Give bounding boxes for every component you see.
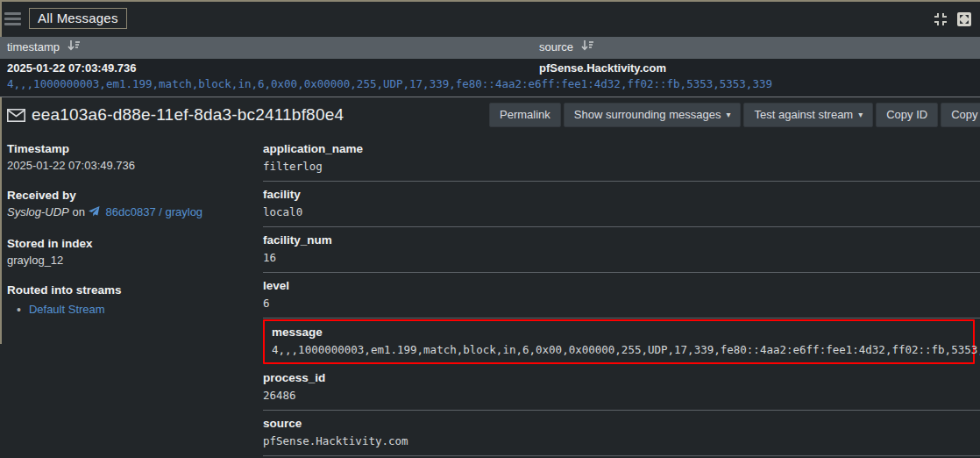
metadata-timestamp: Timestamp 2025-01-22 07:03:49.736 bbox=[7, 141, 254, 174]
sort-desc-icon[interactable] bbox=[67, 40, 80, 54]
message-id: eea103a6-d88e-11ef-8da3-bc2411bf80e4 bbox=[32, 105, 344, 125]
field-message-highlighted: message 4,,,1000000003,em1.199,match,blo… bbox=[263, 319, 975, 364]
permalink-button[interactable]: Permalink bbox=[489, 103, 561, 127]
copy-message-button[interactable]: Copy message bbox=[941, 103, 980, 127]
envelope-icon bbox=[7, 109, 25, 125]
paper-plane-icon bbox=[89, 206, 100, 222]
column-label: timestamp bbox=[7, 40, 60, 54]
metadata-received-by: Received by Syslog-UDP on 86dc0837 / gra… bbox=[7, 188, 254, 222]
field-name: process_id bbox=[263, 370, 980, 385]
column-label: source bbox=[539, 40, 573, 54]
field-facility: facility local0 bbox=[263, 182, 980, 227]
show-surrounding-messages-button[interactable]: Show surrounding messages ▾ bbox=[564, 103, 742, 127]
field-name: source bbox=[263, 416, 980, 431]
row-message-preview[interactable]: 4,,,1000000003,em1.199,match,block,in,6,… bbox=[7, 77, 772, 90]
field-name: level bbox=[263, 278, 980, 293]
field-application-name: application_name filterlog bbox=[263, 136, 980, 182]
field-value: 6 bbox=[263, 296, 980, 311]
field-value: filterlog bbox=[263, 159, 980, 174]
test-against-stream-button[interactable]: Test against stream ▾ bbox=[743, 103, 873, 127]
widget-title[interactable]: All Messages bbox=[29, 8, 127, 29]
message-table-row[interactable]: 2025-01-22 07:03:49.736 pfSense.Hacktivi… bbox=[0, 59, 980, 97]
field-level: level 6 bbox=[263, 273, 980, 318]
message-detail-body: Timestamp 2025-01-22 07:03:49.736 Receiv… bbox=[0, 136, 980, 458]
node-link[interactable]: 86dc0837 / graylog bbox=[106, 205, 203, 218]
metadata-routed-into-streams: Routed into streams • Default Stream bbox=[7, 283, 254, 318]
caret-down-icon: ▾ bbox=[858, 111, 863, 119]
field-value: pfSense.Hacktivity.com bbox=[263, 433, 980, 448]
message-fields-list: application_name filterlog facility loca… bbox=[263, 136, 980, 458]
field-value: 16 bbox=[263, 250, 980, 265]
metadata-value: 2025-01-22 07:03:49.736 bbox=[7, 158, 254, 174]
conjunction: on bbox=[72, 205, 84, 218]
field-name: facility_num bbox=[263, 233, 980, 247]
caret-down-icon: ▾ bbox=[726, 111, 730, 119]
metadata-label: Received by bbox=[7, 188, 254, 204]
metadata-label: Routed into streams bbox=[7, 283, 254, 298]
field-facility-num: facility_num 16 bbox=[263, 227, 980, 273]
metadata-label: Stored in index bbox=[7, 236, 254, 252]
message-metadata-sidebar: Timestamp 2025-01-22 07:03:49.736 Receiv… bbox=[7, 141, 254, 332]
metadata-stored-in-index: Stored in index graylog_12 bbox=[7, 236, 254, 268]
field-value: local0 bbox=[263, 204, 980, 219]
row-source[interactable]: pfSense.Hacktivity.com bbox=[539, 61, 666, 75]
message-detail-header: eea103a6-d88e-11ef-8da3-bc2411bf80e4 Per… bbox=[0, 97, 980, 136]
copy-id-button[interactable]: Copy ID bbox=[876, 103, 938, 127]
field-name: application_name bbox=[263, 141, 980, 156]
metadata-label: Timestamp bbox=[7, 141, 254, 157]
field-source: source pfSense.Hacktivity.com bbox=[263, 411, 980, 456]
field-value: 4,,,1000000003,em1.199,match,block,in,6,… bbox=[272, 342, 966, 357]
input-name: Syslog-UDP bbox=[7, 205, 69, 218]
stream-list-item: • Default Stream bbox=[7, 302, 254, 318]
field-name: facility bbox=[263, 187, 980, 202]
bullet-icon: • bbox=[17, 302, 21, 318]
default-stream-link[interactable]: Default Stream bbox=[29, 302, 105, 318]
expand-icon[interactable] bbox=[957, 12, 971, 29]
metadata-value: graylog_12 bbox=[7, 253, 254, 268]
message-table-header: timestamp source bbox=[0, 37, 980, 59]
hamburger-menu-icon[interactable] bbox=[4, 12, 21, 25]
column-header-timestamp[interactable]: timestamp bbox=[7, 39, 80, 54]
widget-titlebar: All Messages bbox=[0, 2, 980, 35]
field-process-id: process_id 26486 bbox=[263, 365, 980, 411]
message-actions: Permalink Show surrounding messages ▾ Te… bbox=[489, 103, 980, 127]
compress-icon[interactable] bbox=[934, 13, 947, 28]
field-value: 26486 bbox=[263, 388, 980, 403]
row-timestamp[interactable]: 2025-01-22 07:03:49.736 bbox=[7, 61, 136, 75]
sort-desc-icon[interactable] bbox=[581, 40, 593, 54]
field-name: message bbox=[272, 325, 966, 340]
column-header-source[interactable]: source bbox=[539, 39, 593, 54]
